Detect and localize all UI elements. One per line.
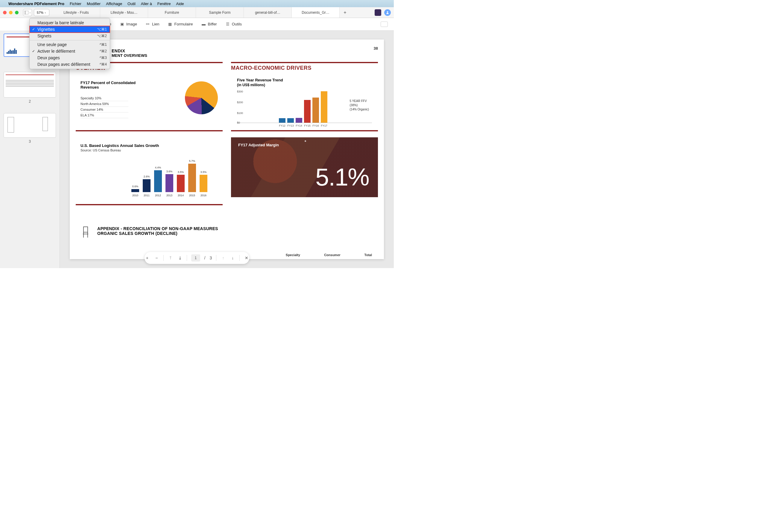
dropdown-item-shortcut: ^⌘2 [100, 49, 107, 53]
dropdown-item-shortcut: ^⌘3 [100, 56, 107, 60]
legend-specialty: Specialty 10% [81, 95, 128, 101]
menu-outil[interactable]: Outil [127, 1, 135, 6]
close-window-button[interactable] [3, 11, 7, 14]
close-bar-button[interactable]: ✕ [244, 255, 249, 260]
last-page-button[interactable]: ⤓ [177, 255, 183, 260]
logistics-bar-group: 3.5%2014 [177, 170, 184, 197]
tab-lifestyle-fruits[interactable]: Lifestyle - Fruits [52, 7, 100, 18]
legend-ela: ELA 17% [81, 113, 128, 118]
page-thumbnail-3[interactable] [4, 113, 56, 138]
tool-formulaire[interactable]: ▦Formulaire [168, 22, 193, 27]
logistics-x-label: 2016 [201, 194, 206, 197]
dropdown-item-deux-pages-avec-d-filement[interactable]: Deux pages avec défilement^⌘4 [30, 61, 110, 68]
dropdown-item-une-seule-page[interactable]: Une seule page^⌘1 [30, 41, 110, 48]
maximize-window-button[interactable] [15, 11, 18, 14]
ai-assistant-icon[interactable] [375, 9, 381, 16]
adjusted-margin-card: FY17 Adjusted Margin 5.1% [231, 137, 378, 197]
logistics-x-label: 2013 [166, 194, 172, 197]
tab-documents-gr[interactable]: Documents_Gr… [292, 7, 340, 18]
logistics-bar-group: 4.4%2012 [154, 166, 162, 197]
chair-icon [82, 226, 91, 238]
dropdown-item-signets[interactable]: Signets⌥⌘2 [30, 33, 110, 39]
margin-title: FY17 Adjusted Margin [238, 143, 279, 147]
zoom-in-button[interactable]: + [145, 255, 150, 260]
category-header-row: Specialty Consumer Total [286, 253, 372, 257]
page-number: 38 [374, 46, 378, 50]
svg-rect-0 [24, 11, 29, 14]
bar-value-label: 3.5% [201, 170, 207, 173]
sidebar-toggle-button[interactable]: ⌄ [23, 9, 32, 16]
minimize-window-button[interactable] [9, 11, 12, 14]
sidebar-view-dropdown: Masquer la barre latérale✓Vignettes⌥⌘1Si… [29, 18, 110, 69]
logistics-bar [188, 164, 196, 192]
menu-allera[interactable]: Aller à [141, 1, 152, 6]
tool-lien[interactable]: ⚯Lien [146, 22, 160, 27]
macro-bar-chart: $300 $200 $100 $0 5 YEAR FFV (38%) (14% … [237, 90, 372, 123]
current-page-input[interactable]: 1 [191, 254, 200, 261]
zoom-selector[interactable]: 57% ⌄ [34, 9, 49, 16]
check-icon: ✓ [32, 27, 35, 31]
bar-value-label: 4.4% [155, 166, 161, 169]
appendix2-line2: ORGANIC SALES GROWTH (DECLINE) [97, 231, 218, 236]
logistics-bar-chart: 0.6%20102.6%20114.4%20123.6%20133.5%2014… [131, 158, 218, 197]
menu-modifier[interactable]: Modifier [87, 1, 100, 6]
thumbnail-label-2: 2 [4, 99, 56, 104]
logistics-bar [154, 170, 162, 192]
tool-outils[interactable]: ☰Outils [225, 22, 242, 27]
menu-affichage[interactable]: Affichage [106, 1, 122, 6]
logistics-x-label: 2015 [189, 194, 195, 197]
tab-general-bill[interactable]: general-bill-of… [244, 7, 292, 18]
dropdown-item-label: Deux pages [37, 55, 60, 60]
logistics-bar [200, 175, 207, 192]
appendix-2-header: APPENDIX - RECONCILIATION OF NON-GAAP ME… [76, 226, 378, 238]
macos-menubar: Wondershare PDFelement Pro Fichier Modif… [0, 0, 394, 7]
macro-x-label: FY14 [296, 124, 302, 127]
logistics-bar-group: 0.6%2010 [131, 185, 139, 197]
form-icon: ▦ [168, 22, 172, 27]
total-pages: 3 [209, 255, 212, 260]
new-tab-button[interactable]: + [340, 7, 351, 18]
logistics-bar [177, 175, 184, 192]
svg-rect-3 [83, 227, 88, 232]
macro-x-label: FY17 [321, 124, 327, 127]
dropdown-item-shortcut: ⌥⌘2 [97, 34, 107, 38]
chevron-down-icon: ⌄ [44, 11, 46, 14]
app-name[interactable]: Wondershare PDFelement Pro [8, 1, 64, 6]
dropdown-item-shortcut: ⌥⌘1 [97, 27, 107, 31]
first-page-button[interactable]: ⤒ [168, 255, 173, 260]
tab-sample-form[interactable]: Sample Form [196, 7, 244, 18]
traffic-lights [3, 11, 18, 14]
dropdown-item-vignettes[interactable]: ✓Vignettes⌥⌘1 [30, 26, 110, 33]
tab-lifestyle-mou[interactable]: Lifestyle - Mou… [100, 7, 148, 18]
dropdown-item-activer-le-d-filement[interactable]: ✓Activer le défilement^⌘2 [30, 48, 110, 54]
dropdown-item-deux-pages[interactable]: Deux pages^⌘3 [30, 54, 110, 61]
macro-card: MACRO-ECONOMIC DRIVERS Five Year Revenue… [231, 62, 378, 131]
prev-page-button[interactable]: ↑ [220, 255, 226, 260]
page-separator: / [204, 255, 206, 260]
dropdown-item-label: Une seule page [37, 42, 67, 47]
tab-furniture[interactable]: Furniture [148, 7, 196, 18]
dropdown-item-label: Vignettes [37, 27, 55, 32]
menu-aide[interactable]: Aide [176, 1, 184, 6]
zoom-out-button[interactable]: − [154, 255, 160, 260]
next-page-button[interactable]: ↓ [230, 255, 236, 260]
page-thumbnail-2[interactable] [4, 72, 56, 97]
legend-north-america: North America 59% [81, 101, 128, 107]
tool-image[interactable]: ▣Image [120, 22, 137, 27]
dropdown-item-shortcut: ^⌘1 [100, 42, 107, 47]
appendix-header-1: ENDIX [112, 48, 378, 53]
menu-fenetre[interactable]: Fenêtre [157, 1, 171, 6]
macro-subhead-1: Five Year Revenue Trend [237, 78, 372, 82]
macro-x-label: FY15 [304, 124, 311, 127]
menu-fichier[interactable]: Fichier [70, 1, 81, 6]
user-account-icon[interactable] [384, 9, 391, 16]
dropdown-item-label: Deux pages avec défilement [37, 62, 90, 67]
tool-biffer[interactable]: ▬Biffer [201, 22, 217, 27]
logistics-x-label: 2012 [155, 194, 161, 197]
dropdown-item-masquer-la-barre-lat-rale[interactable]: Masquer la barre latérale [30, 19, 110, 26]
bar-value-label: 3.5% [178, 170, 184, 173]
legend-consumer: Consumer 14% [81, 107, 128, 113]
thumbnail-label-3: 3 [4, 139, 56, 144]
reading-view-toggle[interactable] [381, 22, 388, 27]
logistics-bar-group: 3.5%2016 [200, 170, 207, 197]
